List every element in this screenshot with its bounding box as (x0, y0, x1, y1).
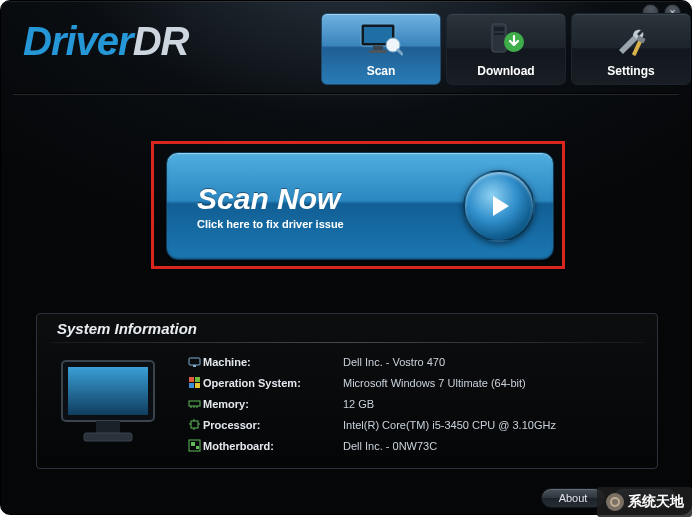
tab-settings[interactable]: Settings (571, 13, 691, 85)
header-divider (13, 93, 679, 95)
row-value: Dell Inc. - 0NW73C (343, 440, 643, 452)
system-info-table: Machine: Dell Inc. - Vostro 470 Operatio… (185, 351, 643, 456)
svg-rect-14 (68, 367, 148, 415)
svg-rect-3 (369, 50, 387, 53)
svg-rect-7 (494, 27, 504, 31)
row-key: Motherboard: (203, 440, 343, 452)
svg-rect-21 (189, 383, 194, 388)
system-info-panel: System Information (36, 313, 658, 469)
tab-download[interactable]: Download (446, 13, 566, 85)
watermark-badge: 系统天地 (597, 487, 692, 517)
monitor-scan-icon (359, 22, 403, 62)
scan-subtitle: Click here to fix driver issue (197, 218, 344, 230)
svg-rect-20 (195, 377, 200, 382)
svg-rect-27 (191, 421, 198, 428)
svg-rect-23 (189, 401, 200, 406)
row-value: Microsoft Windows 7 Ultimate (64-bit) (343, 377, 643, 389)
row-key: Memory: (203, 398, 343, 410)
svg-rect-33 (191, 442, 195, 446)
table-row: Processor: Intel(R) Core(TM) i5-3450 CPU… (185, 414, 643, 435)
row-key: Machine: (203, 356, 343, 368)
scan-now-button[interactable]: Scan Now Click here to fix driver issue (166, 152, 554, 260)
svg-rect-15 (96, 421, 120, 433)
tools-icon (611, 22, 651, 62)
row-value: Intel(R) Core(TM) i5-3450 CPU @ 3.10GHz (343, 419, 643, 431)
table-row: Memory: 12 GB (185, 393, 643, 414)
memory-icon (185, 397, 203, 410)
svg-marker-12 (493, 196, 509, 216)
app-window: – × DriverDR Scan (0, 0, 692, 515)
svg-rect-18 (193, 365, 196, 367)
table-row: Operation System: Microsoft Windows 7 Ul… (185, 372, 643, 393)
row-key: Processor: (203, 419, 343, 431)
play-arrow-icon (463, 170, 535, 242)
svg-rect-22 (195, 383, 200, 388)
table-row: Motherboard: Dell Inc. - 0NW73C (185, 435, 643, 456)
scan-title: Scan Now (197, 182, 344, 216)
tab-scan[interactable]: Scan (321, 13, 441, 85)
watermark-logo-icon (606, 493, 624, 511)
table-row: Machine: Dell Inc. - Vostro 470 (185, 351, 643, 372)
svg-rect-19 (189, 377, 194, 382)
logo-part2: DR (133, 19, 189, 63)
watermark-text: 系统天地 (628, 493, 684, 511)
monitor-icon (51, 351, 171, 456)
row-key: Operation System: (203, 377, 343, 389)
svg-rect-16 (84, 433, 132, 441)
row-value: Dell Inc. - Vostro 470 (343, 356, 643, 368)
scan-highlight-frame: Scan Now Click here to fix driver issue (151, 141, 565, 269)
svg-rect-8 (494, 33, 504, 35)
svg-line-5 (398, 50, 402, 54)
system-info-header: System Information (37, 314, 657, 343)
tab-scan-label: Scan (367, 64, 396, 78)
svg-point-36 (612, 499, 618, 505)
tab-settings-label: Settings (607, 64, 654, 78)
about-button[interactable]: About (541, 488, 605, 508)
machine-icon (185, 355, 203, 368)
computer-download-icon (484, 22, 528, 64)
svg-rect-34 (196, 446, 199, 449)
tab-download-label: Download (477, 64, 534, 78)
row-value: 12 GB (343, 398, 643, 410)
svg-rect-2 (373, 46, 383, 50)
logo-part1: Driver (23, 19, 133, 63)
scan-text: Scan Now Click here to fix driver issue (197, 182, 344, 230)
cpu-icon (185, 418, 203, 431)
svg-rect-17 (189, 358, 200, 365)
app-logo: DriverDR (23, 19, 188, 64)
main-tabs: Scan Download (321, 13, 691, 85)
motherboard-icon (185, 439, 203, 452)
os-icon (185, 376, 203, 389)
